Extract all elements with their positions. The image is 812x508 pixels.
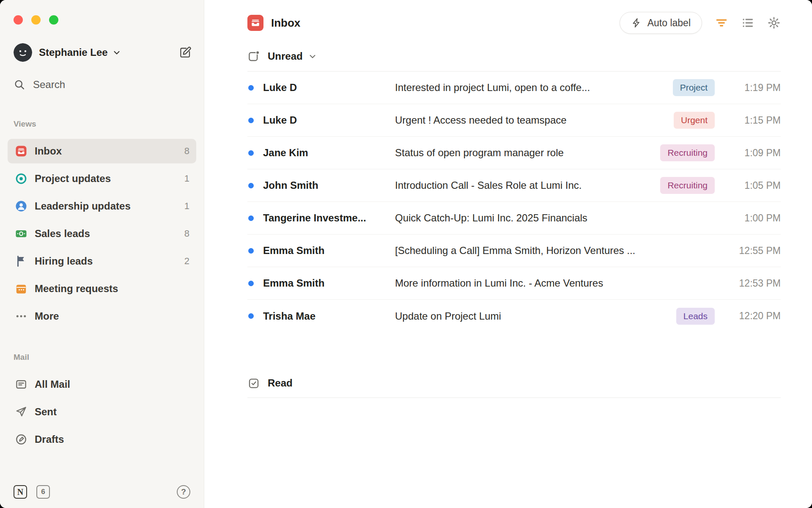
email-subject: Update on Project Lumi xyxy=(395,310,668,322)
email-row[interactable]: Emma Smith More information in Lumi Inc.… xyxy=(247,267,781,300)
auto-label-button[interactable]: Auto label xyxy=(620,12,702,34)
person-circle-icon xyxy=(14,200,28,213)
chevron-down-icon[interactable] xyxy=(308,52,317,61)
label-chip-project[interactable]: Project xyxy=(673,79,715,96)
unread-dot[interactable] xyxy=(248,248,254,254)
email-subject: Status of open program manager role xyxy=(395,147,652,159)
calendar-app-badge[interactable]: 6 xyxy=(36,485,50,499)
email-row[interactable]: Trisha Mae Update on Project Lumi Leads … xyxy=(247,300,781,332)
banknote-icon xyxy=(14,227,28,240)
views-list: Inbox 8 Project updates 1 Lead xyxy=(8,139,196,331)
settings-button[interactable] xyxy=(767,16,781,30)
unread-dot[interactable] xyxy=(248,150,254,156)
chevron-down-icon xyxy=(112,48,121,57)
mail-tray-icon xyxy=(14,378,28,391)
sidebar-item-sent[interactable]: Sent xyxy=(8,400,196,424)
label-chip-urgent[interactable]: Urgent xyxy=(674,112,715,129)
sidebar-item-project-updates[interactable]: Project updates 1 xyxy=(8,166,196,191)
inbox-icon xyxy=(14,145,28,157)
email-time: 1:19 PM xyxy=(725,82,781,94)
email-subject: Quick Catch-Up: Lumi Inc. 2025 Financial… xyxy=(395,212,715,224)
mail-section-header: Mail xyxy=(8,353,196,362)
unread-dot[interactable] xyxy=(248,85,254,91)
sidebar-item-drafts[interactable]: Drafts xyxy=(8,427,196,452)
email-time: 12:20 PM xyxy=(725,310,781,322)
sidebar-item-label: Meeting requests xyxy=(35,283,118,295)
label-chip-recruiting[interactable]: Recruiting xyxy=(660,177,715,194)
avatar xyxy=(14,43,32,62)
user-name: Stephanie Lee xyxy=(39,47,108,58)
sidebar-item-count: 8 xyxy=(184,228,189,239)
sidebar-item-label: All Mail xyxy=(35,378,70,390)
list-view-button[interactable] xyxy=(741,16,754,30)
email-sender: Tangerine Investme... xyxy=(263,212,395,224)
unread-dot[interactable] xyxy=(248,183,254,188)
email-row[interactable]: Tangerine Investme... Quick Catch-Up: Lu… xyxy=(247,202,781,235)
mail-app-window: Stephanie Lee Search Views xyxy=(0,0,812,508)
sidebar-item-count: 2 xyxy=(184,256,189,267)
help-button[interactable]: ? xyxy=(177,485,190,499)
unread-dot[interactable] xyxy=(248,118,254,123)
email-row[interactable]: Luke D Interested in project Lumi, open … xyxy=(247,72,781,104)
minimize-window-button[interactable] xyxy=(31,15,41,25)
read-group-header[interactable]: Read xyxy=(247,375,781,392)
compose-button[interactable] xyxy=(178,46,192,59)
email-subject: More information in Lumi Inc. - Acme Ven… xyxy=(395,277,715,289)
sidebar-item-label: Sales leads xyxy=(35,228,90,240)
label-chip-recruiting[interactable]: Recruiting xyxy=(660,144,715,161)
search-icon xyxy=(14,79,25,91)
sidebar-item-label: More xyxy=(35,310,59,322)
sidebar-item-inbox[interactable]: Inbox 8 xyxy=(8,139,196,163)
divider xyxy=(247,398,781,398)
sidebar: Stephanie Lee Search Views xyxy=(0,0,204,508)
sidebar-item-all-mail[interactable]: All Mail xyxy=(8,372,196,397)
unread-group-header[interactable]: Unread xyxy=(247,50,781,63)
draft-pencil-icon xyxy=(14,433,28,446)
account-switcher[interactable]: Stephanie Lee xyxy=(8,43,196,62)
read-group-title: Read xyxy=(268,377,293,389)
mark-unread-checkbox-icon[interactable] xyxy=(247,50,260,63)
target-icon xyxy=(14,172,28,185)
page-title: Inbox xyxy=(271,17,300,30)
sidebar-item-more[interactable]: More xyxy=(8,304,196,329)
header-actions: Auto label xyxy=(620,12,781,34)
sidebar-item-count: 1 xyxy=(184,201,189,212)
inbox-icon xyxy=(247,15,263,31)
sidebar-item-sales-leads[interactable]: Sales leads 8 xyxy=(8,221,196,246)
close-window-button[interactable] xyxy=(14,15,23,25)
email-time: 1:05 PM xyxy=(725,180,781,191)
email-sender: John Smith xyxy=(263,179,395,191)
sidebar-item-leadership-updates[interactable]: Leadership updates 1 xyxy=(8,194,196,218)
sidebar-item-meeting-requests[interactable]: Meeting requests xyxy=(8,276,196,301)
sidebar-item-count: 1 xyxy=(184,173,189,184)
notion-app-badge[interactable]: N xyxy=(14,485,27,499)
email-time: 12:53 PM xyxy=(725,278,781,289)
read-checkbox-icon[interactable] xyxy=(247,377,260,389)
email-time: 1:09 PM xyxy=(725,147,781,159)
sidebar-item-hiring-leads[interactable]: Hiring leads 2 xyxy=(8,249,196,273)
unread-email-list: Luke D Interested in project Lumi, open … xyxy=(247,72,781,332)
email-row[interactable]: Luke D Urgent ! Access needed to teamspa… xyxy=(247,104,781,137)
unread-dot[interactable] xyxy=(248,281,254,286)
sidebar-item-label: Sent xyxy=(35,406,57,418)
unread-dot[interactable] xyxy=(248,215,254,221)
email-sender: Jane Kim xyxy=(263,147,395,159)
email-time: 12:55 PM xyxy=(725,245,781,257)
email-sender: Trisha Mae xyxy=(263,310,395,322)
main-header: Inbox Auto label xyxy=(247,0,781,36)
search-button[interactable]: Search xyxy=(8,76,196,93)
email-row[interactable]: John Smith Introduction Call - Sales Rol… xyxy=(247,169,781,202)
email-subject: Urgent ! Access needed to teamspace xyxy=(395,114,665,126)
filter-button[interactable] xyxy=(715,16,728,30)
unread-dot[interactable] xyxy=(248,313,254,319)
sidebar-footer: N 6 ? xyxy=(8,485,196,499)
zoom-window-button[interactable] xyxy=(49,15,58,25)
sidebar-item-label: Hiring leads xyxy=(35,255,93,267)
paper-plane-icon xyxy=(14,406,28,418)
email-row[interactable]: Jane Kim Status of open program manager … xyxy=(247,137,781,169)
email-row[interactable]: Emma Smith [Scheduling a Call] Emma Smit… xyxy=(247,235,781,267)
label-chip-leads[interactable]: Leads xyxy=(676,308,715,325)
ellipsis-icon xyxy=(14,310,28,323)
email-time: 1:00 PM xyxy=(725,213,781,224)
main-panel: Inbox Auto label xyxy=(204,0,812,508)
